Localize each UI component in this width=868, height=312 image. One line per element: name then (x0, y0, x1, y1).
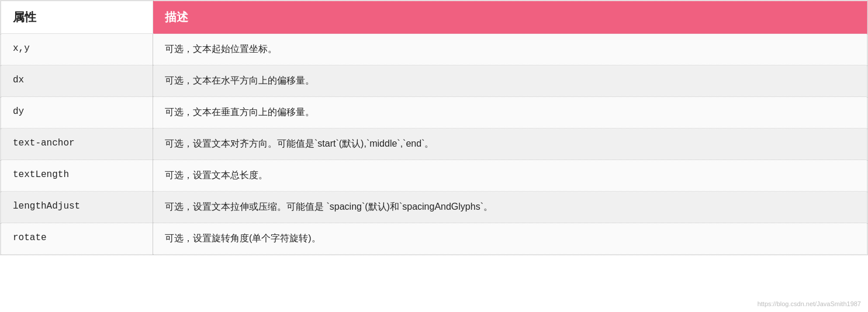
property-cell: textLength (1, 160, 153, 192)
description-cell: 可选，设置文本对齐方向。可能值是`start`(默认),`middle`,`en… (153, 129, 867, 160)
header-description: 描述 (153, 1, 867, 34)
description-cell: 可选，文本起始位置坐标。 (153, 34, 867, 65)
header-property: 属性 (1, 1, 153, 34)
watermark: https://blog.csdn.net/JavaSmith1987 (758, 300, 861, 307)
table-row: x,y可选，文本起始位置坐标。 (1, 34, 867, 65)
table-row: dy可选，文本在垂直方向上的偏移量。 (1, 97, 867, 129)
property-cell: lengthAdjust (1, 192, 153, 223)
attributes-table: 属性 描述 x,y可选，文本起始位置坐标。dx可选，文本在水平方向上的偏移量。d… (1, 1, 867, 255)
description-cell: 可选，文本在水平方向上的偏移量。 (153, 65, 867, 97)
property-cell: rotate (1, 223, 153, 255)
table-row: dx可选，文本在水平方向上的偏移量。 (1, 65, 867, 97)
description-cell: 可选，设置文本总长度。 (153, 160, 867, 192)
table-row: rotate可选，设置旋转角度(单个字符旋转)。 (1, 223, 867, 255)
table-row: textLength可选，设置文本总长度。 (1, 160, 867, 192)
property-cell: text-anchor (1, 129, 153, 160)
table-row: text-anchor可选，设置文本对齐方向。可能值是`start`(默认),`… (1, 129, 867, 160)
description-cell: 可选，文本在垂直方向上的偏移量。 (153, 97, 867, 129)
property-cell: dx (1, 65, 153, 97)
property-cell: x,y (1, 34, 153, 65)
property-cell: dy (1, 97, 153, 129)
table-row: lengthAdjust可选，设置文本拉伸或压缩。可能值是 `spacing`(… (1, 192, 867, 223)
description-cell: 可选，设置文本拉伸或压缩。可能值是 `spacing`(默认)和`spacing… (153, 192, 867, 223)
description-cell: 可选，设置旋转角度(单个字符旋转)。 (153, 223, 867, 255)
